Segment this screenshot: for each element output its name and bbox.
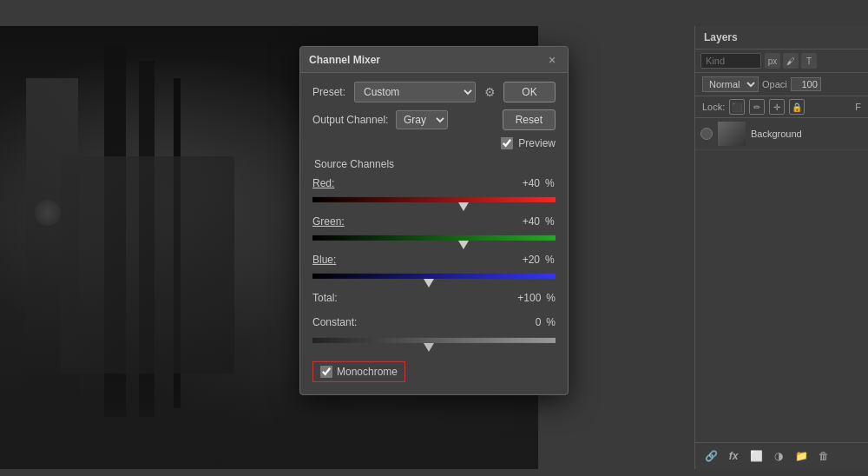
layers-filter-icon2[interactable]: 🖌 bbox=[783, 53, 799, 69]
monochrome-checkbox[interactable] bbox=[320, 366, 332, 378]
preset-label: Preset: bbox=[312, 86, 349, 98]
constant-section: Constant: 0 % bbox=[312, 316, 556, 349]
constant-value: 0 bbox=[515, 316, 541, 328]
folder-icon[interactable]: 📁 bbox=[792, 447, 810, 465]
new-fill-layer-icon[interactable]: ⬜ bbox=[747, 447, 765, 465]
preview-checkbox[interactable] bbox=[501, 137, 513, 149]
channel-mixer-dialog: Channel Mixer × Preset: Custom ⚙ OK Outp… bbox=[299, 46, 569, 395]
total-label: Total: bbox=[312, 292, 352, 304]
adjustments-icon[interactable]: ◑ bbox=[770, 447, 787, 465]
green-channel-pct: % bbox=[545, 215, 556, 228]
layers-search-input[interactable] bbox=[700, 53, 761, 69]
total-row: Total: +100 % bbox=[312, 292, 556, 304]
opacity-label: Opaci bbox=[762, 79, 787, 89]
dialog-title: Channel Mixer bbox=[309, 54, 380, 66]
red-channel-value: +40 bbox=[514, 177, 540, 189]
reset-button[interactable]: Reset bbox=[503, 109, 556, 130]
layers-list: Background bbox=[695, 118, 868, 442]
total-pct: % bbox=[546, 292, 556, 304]
constant-slider[interactable] bbox=[312, 332, 556, 349]
green-slider[interactable] bbox=[312, 229, 556, 247]
dialog-body: Preset: Custom ⚙ OK Output Channel: Gray… bbox=[300, 73, 568, 394]
layers-panel-title: Layers bbox=[695, 26, 868, 50]
monochrome-label: Monochrome bbox=[337, 366, 398, 378]
preset-row: Preset: Custom ⚙ OK bbox=[312, 82, 556, 102]
ok-button[interactable]: OK bbox=[503, 82, 556, 102]
monochrome-wrapper: Monochrome bbox=[312, 361, 405, 382]
layers-mode-row: Normal Opaci bbox=[695, 73, 868, 96]
layers-footer: 🔗 fx ⬜ ◑ 📁 🗑 bbox=[695, 442, 868, 469]
output-channel-label: Output Channel: bbox=[312, 114, 391, 126]
layers-lock-row: Lock: ⬛ ✏ ✛ 🔒 F bbox=[695, 96, 868, 118]
layers-filter-icon1[interactable]: px bbox=[765, 53, 780, 69]
blue-channel-value: +20 bbox=[514, 254, 540, 266]
green-channel-value: +40 bbox=[514, 215, 540, 228]
constant-label: Constant: bbox=[312, 316, 366, 328]
lock-paint-icon[interactable]: ✏ bbox=[749, 99, 765, 115]
layers-filter-icon3[interactable]: T bbox=[801, 53, 817, 69]
layers-panel: Layers px 🖌 T Normal Opaci Lock: ⬛ ✏ ✛ 🔒… bbox=[694, 26, 868, 469]
red-slider[interactable] bbox=[312, 191, 556, 208]
layer-thumbnail bbox=[718, 122, 746, 146]
monochrome-row: Monochrome bbox=[312, 361, 556, 382]
constant-pct: % bbox=[546, 316, 556, 328]
opacity-input[interactable] bbox=[791, 77, 821, 91]
red-channel-row: Red: +40 % bbox=[312, 177, 556, 208]
layer-visibility-toggle[interactable] bbox=[700, 128, 713, 140]
red-channel-pct: % bbox=[545, 177, 556, 189]
fill-label: F bbox=[855, 102, 861, 112]
blue-channel-row: Blue: +20 % bbox=[312, 254, 556, 285]
lock-transparent-icon[interactable]: ⬛ bbox=[729, 99, 745, 115]
output-channel-select[interactable]: Gray bbox=[396, 110, 448, 129]
layers-search-row: px 🖌 T bbox=[695, 50, 868, 73]
green-channel-row: Green: +40 % bbox=[312, 215, 556, 247]
layer-name: Background bbox=[751, 129, 802, 139]
delete-layer-icon[interactable]: 🗑 bbox=[815, 447, 832, 465]
red-channel-label[interactable]: Red: bbox=[312, 177, 352, 189]
blue-channel-label[interactable]: Blue: bbox=[312, 254, 352, 266]
layers-search-icons: px 🖌 T bbox=[765, 53, 817, 69]
layer-item[interactable]: Background bbox=[695, 118, 868, 150]
dialog-titlebar: Channel Mixer × bbox=[300, 47, 568, 73]
total-value: +100 bbox=[515, 292, 541, 304]
preset-gear-icon[interactable]: ⚙ bbox=[481, 83, 498, 101]
link-layers-icon[interactable]: 🔗 bbox=[702, 447, 720, 465]
lock-all-icon[interactable]: 🔒 bbox=[789, 99, 805, 115]
layer-blend-mode[interactable]: Normal bbox=[702, 76, 759, 92]
preview-label: Preview bbox=[518, 137, 556, 149]
lock-move-icon[interactable]: ✛ bbox=[769, 99, 785, 115]
fx-icon[interactable]: fx bbox=[725, 447, 742, 465]
lock-label: Lock: bbox=[702, 102, 725, 112]
blue-channel-pct: % bbox=[545, 254, 556, 266]
source-channels-header: Source Channels bbox=[314, 158, 556, 170]
preset-select[interactable]: Custom bbox=[354, 82, 476, 102]
blue-slider[interactable] bbox=[312, 268, 556, 285]
dialog-close-button[interactable]: × bbox=[545, 53, 559, 67]
green-channel-label[interactable]: Green: bbox=[312, 215, 352, 228]
